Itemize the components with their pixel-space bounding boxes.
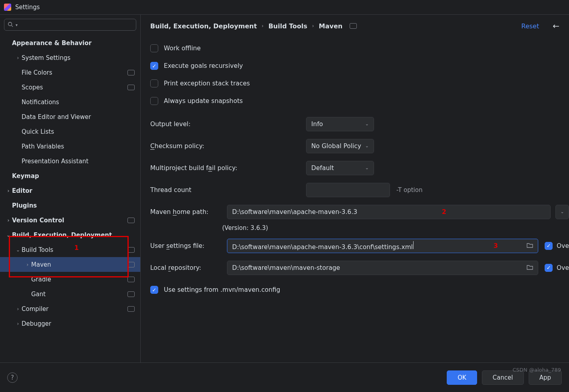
checksum-policy-label: Checksum policy: <box>150 143 306 150</box>
dialog-footer: ? OK Cancel App <box>0 362 569 392</box>
tree-item-build-tools[interactable]: ⌄Build Tools <box>0 242 140 257</box>
tree-item-gradle[interactable]: ·Gradle <box>0 272 140 287</box>
chevron-right-icon: › <box>312 23 314 29</box>
settings-sidebar: ▾ ·Appearance & Behavior›System Settings… <box>0 15 141 362</box>
tree-item-label: Build, Execution, Deployment <box>12 232 112 239</box>
svg-point-0 <box>8 22 12 26</box>
home-path-label: Maven home path: <box>150 208 222 216</box>
project-tag-icon <box>127 306 135 312</box>
tree-item-plugins[interactable]: ·Plugins <box>0 198 140 213</box>
print-exc-checkbox[interactable] <box>150 79 158 87</box>
breadcrumb-1[interactable]: Build, Execution, Deployment <box>150 22 257 30</box>
print-exc-label: Print exception stack traces <box>164 80 250 87</box>
chevron-down-icon: ⌄ <box>365 121 369 127</box>
tree-item-scopes[interactable]: ·Scopes <box>0 80 140 95</box>
tree-item-label: Keymap <box>12 172 39 180</box>
output-level-select[interactable]: Info⌄ <box>306 117 374 131</box>
project-tag-icon <box>127 70 135 75</box>
tree-item-label: Path Variables <box>22 143 64 150</box>
tree-item-notifications[interactable]: ·Notifications <box>0 95 140 109</box>
chevron-right-icon: › <box>14 306 22 312</box>
svg-line-1 <box>12 25 13 27</box>
chevron-right-icon: › <box>5 218 12 223</box>
tree-item-debugger[interactable]: ›Debugger <box>0 316 140 331</box>
back-arrow-icon[interactable]: ← <box>553 21 559 31</box>
project-tag-icon <box>127 247 135 253</box>
use-mvn-config-label: Use settings from .mvn/maven.config <box>164 286 280 293</box>
tree-item-maven[interactable]: ›Maven <box>0 257 140 272</box>
search-icon <box>8 22 13 28</box>
tree-item-label: Gradle <box>31 276 51 283</box>
user-settings-input[interactable]: D:\software\maven\apache-maven-3.6.3\con… <box>227 239 538 253</box>
tree-item-path-variables[interactable]: ·Path Variables <box>0 139 140 154</box>
folder-icon[interactable] <box>527 242 533 249</box>
tree-item-system-settings[interactable]: ›System Settings <box>0 50 140 65</box>
project-tag-icon <box>127 262 135 267</box>
search-input[interactable]: ▾ <box>4 19 136 31</box>
exec-recursive-checkbox[interactable]: ✓ <box>150 62 158 70</box>
reset-link[interactable]: Reset <box>521 22 539 30</box>
panel-body: Work offline ✓ Execute goals recursively… <box>141 37 569 362</box>
tree-item-compiler[interactable]: ›Compiler <box>0 301 140 316</box>
chevron-down-icon: ⌄ <box>365 143 369 148</box>
fail-policy-select[interactable]: Default⌄ <box>306 161 374 175</box>
chevron-right-icon: › <box>262 23 264 29</box>
override-user-settings[interactable]: ✓ Ove <box>545 242 569 250</box>
tree-item-data-editor-and-viewer[interactable]: ·Data Editor and Viewer <box>0 109 140 124</box>
tree-item-version-control[interactable]: ›Version Control <box>0 213 140 228</box>
tree-item-label: Plugins <box>12 202 37 209</box>
user-settings-label: User settings file: <box>150 242 222 249</box>
use-mvn-config-checkbox[interactable]: ✓ <box>150 286 158 294</box>
chevron-right-icon: › <box>5 188 12 194</box>
thread-count-input[interactable] <box>306 183 390 197</box>
tree-item-label: Maven <box>31 261 51 268</box>
work-offline-checkbox[interactable] <box>150 44 158 52</box>
tree-item-label: Notifications <box>22 99 59 106</box>
ok-button[interactable]: OK <box>447 370 477 385</box>
watermark: CSDN @aloha_789 <box>513 367 561 373</box>
output-level-label: Output level: <box>150 121 306 128</box>
annotation-num-1: 1 <box>74 244 79 251</box>
annotation-num-3: 3 <box>493 242 498 249</box>
local-repo-label: Local repository: <box>150 264 222 271</box>
chevron-down-icon: ⌄ <box>14 247 22 253</box>
tree-item-gant[interactable]: ·Gant <box>0 287 140 301</box>
project-tag-icon <box>127 85 135 90</box>
tree-item-presentation-assistant[interactable]: ·Presentation Assistant <box>0 154 140 168</box>
tree-item-label: File Colors <box>22 69 52 76</box>
settings-tree[interactable]: ·Appearance & Behavior›System Settings·F… <box>0 33 140 362</box>
folder-icon[interactable] <box>527 264 533 271</box>
annotation-num-2: 2 <box>442 208 446 216</box>
chevron-down-icon: ▾ <box>16 23 18 27</box>
tree-item-label: Scopes <box>22 84 43 91</box>
home-path-dropdown[interactable]: ⌄ <box>555 205 569 219</box>
local-repo-input[interactable]: D:\software\maven\maven-storage <box>227 261 538 275</box>
chevron-right-icon: › <box>14 321 22 327</box>
checksum-policy-select[interactable]: No Global Policy⌄ <box>306 139 374 153</box>
tree-item-build-execution-deployment[interactable]: ⌄Build, Execution, Deployment <box>0 228 140 242</box>
fail-policy-label: Multiproject build fail policy: <box>150 164 306 172</box>
tree-item-label: Build Tools <box>22 246 53 253</box>
tree-item-editor[interactable]: ›Editor <box>0 183 140 198</box>
always-update-checkbox[interactable] <box>150 97 158 105</box>
settings-panel: Build, Execution, Deployment › Build Too… <box>141 15 569 362</box>
tree-item-label: Presentation Assistant <box>22 158 88 165</box>
tree-item-label: Quick Lists <box>22 128 54 135</box>
tree-item-quick-lists[interactable]: ·Quick Lists <box>0 124 140 139</box>
home-path-input[interactable]: D:\software\maven\apache-maven-3.6.3 2 <box>227 205 551 219</box>
tree-item-keymap[interactable]: ·Keymap <box>0 168 140 183</box>
exec-recursive-label: Execute goals recursively <box>164 62 243 69</box>
chevron-right-icon: › <box>24 262 31 267</box>
tree-item-label: Version Control <box>12 217 64 224</box>
breadcrumb-3: Maven <box>319 22 342 30</box>
override-local-repo[interactable]: ✓ Ove <box>545 264 569 272</box>
work-offline-label: Work offline <box>164 45 201 52</box>
tree-item-appearance-behavior[interactable]: ·Appearance & Behavior <box>0 36 140 50</box>
project-tag-icon <box>127 291 135 297</box>
tree-item-file-colors[interactable]: ·File Colors <box>0 65 140 80</box>
tree-item-label: Gant <box>31 291 46 298</box>
thread-count-label: Thread count <box>150 186 306 194</box>
chevron-down-icon: ⌄ <box>365 165 369 170</box>
help-button[interactable]: ? <box>7 372 18 383</box>
breadcrumb-2[interactable]: Build Tools <box>269 22 307 30</box>
